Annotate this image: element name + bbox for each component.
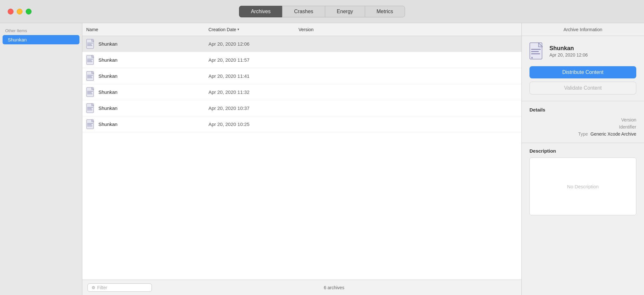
row-date-2: Apr 20, 2020 11:41 (208, 73, 299, 79)
description-box[interactable]: No Description (529, 157, 636, 215)
svg-rect-25 (531, 49, 541, 50)
details-section: Details Version Identifier Type Generic … (529, 101, 636, 138)
table-body: Shunkan Apr 20, 2020 12:06 Shunkan (82, 36, 521, 280)
validate-content-button[interactable]: Validate Content (529, 82, 636, 94)
svg-rect-5 (87, 59, 93, 59)
svg-rect-14 (87, 92, 92, 93)
table-row[interactable]: Shunkan Apr 20, 2020 10:37 (82, 100, 521, 116)
row-date-5: Apr 20, 2020 10:25 (208, 121, 299, 127)
svg-rect-7 (87, 61, 92, 62)
svg-rect-15 (87, 94, 92, 94)
archive-file-icon (86, 119, 95, 130)
svg-rect-21 (87, 123, 93, 124)
row-name-1: Shunkan (86, 55, 208, 65)
filter-icon: ⊜ (92, 285, 95, 290)
sidebar: Other Items Shunkan (0, 23, 82, 295)
column-header-name: Name (86, 27, 208, 32)
row-date-4: Apr 20, 2020 10:37 (208, 105, 299, 111)
tab-energy[interactable]: Energy (325, 6, 365, 17)
panel-content: A Shunkan Apr 20, 2020 12:06 Distribute … (522, 36, 644, 222)
svg-rect-1 (87, 43, 93, 43)
archive-file-icon (86, 39, 95, 49)
row-date-3: Apr 20, 2020 11:32 (208, 89, 299, 95)
main-content: Other Items Shunkan Name Creation Date ▾… (0, 23, 644, 295)
right-panel: Archive Information A Shunkan Apr 20, 20… (522, 23, 644, 295)
table-header: Name Creation Date ▾ Version (82, 23, 521, 36)
tab-metrics[interactable]: Metrics (365, 6, 405, 17)
row-name-4: Shunkan (86, 103, 208, 113)
divider2 (522, 143, 644, 143)
archive-large-icon: A (529, 42, 545, 60)
archive-info-header: A Shunkan Apr 20, 2020 12:06 (529, 42, 636, 60)
svg-rect-18 (87, 108, 92, 109)
column-header-version: Version (299, 27, 518, 32)
tab-bar: Archives Crashes Energy Metrics (239, 6, 405, 17)
panel-header-title: Archive Information (564, 27, 603, 32)
svg-rect-22 (87, 124, 92, 125)
traffic-lights (8, 9, 32, 14)
filter-placeholder: Filter (97, 285, 107, 290)
row-date-0: Apr 20, 2020 12:06 (208, 41, 299, 47)
table-row[interactable]: Shunkan Apr 20, 2020 11:57 (82, 52, 521, 68)
svg-rect-2 (87, 44, 92, 45)
sidebar-item-label: Shunkan (8, 37, 27, 42)
description-section: Description No Description (529, 148, 636, 215)
close-button[interactable] (8, 9, 14, 14)
filter-input[interactable]: ⊜ Filter (87, 283, 152, 292)
distribute-content-button[interactable]: Distribute Content (529, 66, 636, 78)
sidebar-section-label: Other Items (0, 26, 82, 34)
sidebar-item-shunkan[interactable]: Shunkan (3, 35, 79, 44)
table-row[interactable]: Shunkan Apr 20, 2020 10:25 (82, 116, 521, 132)
sort-arrow-icon: ▾ (237, 27, 239, 31)
archive-info-date: Apr 20, 2020 12:06 (549, 52, 588, 58)
maximize-button[interactable] (26, 9, 32, 14)
tab-crashes[interactable]: Crashes (282, 6, 325, 17)
table-row[interactable]: Shunkan Apr 20, 2020 11:41 (82, 68, 521, 84)
svg-rect-3 (87, 45, 92, 46)
minimize-button[interactable] (17, 9, 23, 14)
archive-file-icon (86, 87, 95, 97)
svg-rect-23 (87, 126, 92, 126)
svg-rect-26 (531, 51, 539, 52)
archive-info-name: Shunkan (549, 45, 588, 52)
svg-rect-10 (87, 76, 92, 77)
description-title: Description (529, 148, 636, 154)
svg-rect-6 (87, 60, 92, 61)
version-label: Version (621, 117, 636, 122)
column-header-date[interactable]: Creation Date ▾ (208, 27, 299, 32)
detail-row-identifier: Identifier (529, 123, 636, 130)
svg-rect-11 (87, 77, 92, 78)
archive-file-icon (86, 55, 95, 65)
svg-rect-9 (87, 75, 93, 76)
svg-rect-17 (87, 107, 93, 108)
table-row[interactable]: Shunkan Apr 20, 2020 12:06 (82, 36, 521, 52)
titlebar: Archives Crashes Energy Metrics (0, 0, 644, 23)
row-name-3: Shunkan (86, 87, 208, 97)
row-name-2: Shunkan (86, 71, 208, 81)
description-placeholder: No Description (567, 184, 599, 189)
table-footer: ⊜ Filter 6 archives (82, 280, 521, 295)
detail-row-version: Version (529, 116, 636, 123)
svg-rect-19 (87, 110, 92, 110)
type-label: Type (578, 131, 588, 137)
archive-file-icon (86, 103, 95, 113)
panel-header: Archive Information (522, 23, 644, 36)
row-name-0: Shunkan (86, 39, 208, 49)
row-date-1: Apr 20, 2020 11:57 (208, 57, 299, 63)
file-list-area: Name Creation Date ▾ Version (82, 23, 522, 295)
details-title: Details (529, 107, 636, 112)
svg-text:A: A (531, 56, 533, 59)
detail-row-type: Type Generic Xcode Archive (529, 130, 636, 138)
archive-count: 6 archives (152, 285, 516, 290)
identifier-label: Identifier (619, 124, 636, 130)
archive-info-text: Shunkan Apr 20, 2020 12:06 (549, 45, 588, 58)
type-value: Generic Xcode Archive (591, 131, 636, 137)
row-name-5: Shunkan (86, 119, 208, 130)
svg-rect-27 (531, 53, 540, 54)
table-row[interactable]: Shunkan Apr 20, 2020 11:32 (82, 84, 521, 100)
svg-rect-13 (87, 91, 93, 92)
tab-archives[interactable]: Archives (239, 6, 282, 17)
archive-file-icon (86, 71, 95, 81)
